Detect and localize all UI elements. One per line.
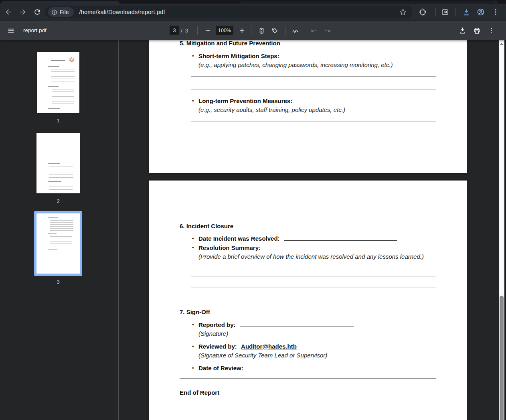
browser-menu-button[interactable] <box>489 5 502 19</box>
section6-bullet2-label: Resolution Summary: <box>198 244 261 251</box>
section7-bullet3: Date of Review: <box>198 365 361 371</box>
thumbnail-content <box>50 220 73 231</box>
thumbnail-content <box>49 184 73 191</box>
section5-bullet2-label: Long-term Prevention Measures: <box>198 97 292 104</box>
puzzle-icon <box>419 8 427 16</box>
bookmark-button[interactable] <box>396 5 410 19</box>
inactive-tab[interactable] <box>241 1 497 4</box>
site-info-chip[interactable]: File <box>48 7 74 17</box>
thumbnail-content <box>50 236 72 246</box>
extensions-button[interactable] <box>416 5 430 19</box>
info-icon <box>51 9 57 15</box>
pdf-separator <box>251 26 251 35</box>
section5-bullet2-hint: (e.g., security audits, staff training, … <box>198 106 345 113</box>
profile-button[interactable] <box>474 5 488 19</box>
rotate-icon <box>271 27 279 34</box>
section7-bullet2-label: Reviewed by: <box>198 343 237 350</box>
print-icon <box>473 27 481 34</box>
thumbnail-page-2[interactable] <box>36 133 80 193</box>
active-tab[interactable] <box>1 1 119 4</box>
window-edge <box>504 21 506 420</box>
section7-bullet1-label: Reported by: <box>198 321 236 328</box>
blank-line <box>191 288 436 288</box>
hamburger-icon <box>7 27 15 34</box>
bullet-icon: • <box>192 235 194 241</box>
reviewer-email-link[interactable]: Auditor@hades.htb <box>241 343 297 350</box>
thumbnail-selection-highlight <box>34 211 82 276</box>
downloads-button[interactable] <box>459 5 473 19</box>
zoom-in-button[interactable] <box>235 24 249 37</box>
kebab-menu-icon <box>492 8 500 16</box>
browser-toolbar: File /home/kali/Downloads/report.pdf <box>0 4 506 21</box>
page-number-input[interactable]: 3 <box>170 26 179 35</box>
zoom-level[interactable]: 100% <box>216 26 233 35</box>
date-resolved-fill-line <box>284 235 397 241</box>
section6-bullet2-hint: (Provide a brief overview of how the inc… <box>198 253 424 260</box>
pdf-separator <box>285 26 285 35</box>
end-of-report-label: End of Report <box>180 389 219 396</box>
bullet-icon: • <box>192 365 194 371</box>
reported-by-fill-line <box>240 322 354 327</box>
tab-strip <box>0 0 506 4</box>
section-divider-rule <box>180 405 436 405</box>
print-button[interactable] <box>470 24 484 37</box>
pdf-download-icon <box>459 27 466 34</box>
thumbnail-page-1[interactable] <box>37 52 79 113</box>
toolbar-separator <box>455 8 456 16</box>
section7-bullet1-sub: (Signature) <box>198 330 228 337</box>
page-total: 3 <box>185 28 188 34</box>
pdf-menu-more-button[interactable] <box>484 24 498 37</box>
zoom-out-button[interactable] <box>201 24 215 37</box>
redo-button[interactable] <box>320 24 334 37</box>
bullet-icon: • <box>192 343 194 349</box>
blank-line <box>191 133 436 133</box>
thumbnail-content <box>52 137 73 160</box>
thumbnail-label-3: 3 <box>50 279 66 285</box>
thumbnail-label-1: 1 <box>50 118 66 124</box>
forward-button[interactable] <box>16 5 30 19</box>
undo-button[interactable] <box>307 24 321 37</box>
section7-bullet1: Reported by: <box>198 321 354 328</box>
tab-search-button[interactable] <box>438 5 452 19</box>
section6-bullet1-label: Date Incident was Resolved: <box>198 235 280 242</box>
pdf-content-area: 1 2 3 <box>0 40 506 420</box>
date-of-review-fill-line <box>247 365 361 370</box>
pdf-download-button[interactable] <box>455 24 469 37</box>
thumbnail-content <box>49 166 73 179</box>
browser-window: File /home/kali/Downloads/report.pdf <box>0 0 506 420</box>
scrollbar-track[interactable] <box>499 40 504 420</box>
pdf-separator <box>197 26 198 35</box>
thumbnail-page-3[interactable] <box>36 213 80 274</box>
fit-page-button[interactable] <box>255 24 268 37</box>
blank-line <box>191 122 436 122</box>
kebab-menu-icon <box>488 27 495 34</box>
address-bar[interactable]: File /home/kali/Downloads/report.pdf <box>45 6 412 18</box>
section-divider-rule <box>180 214 436 214</box>
thumbnail-content <box>52 89 74 105</box>
thumbnail-content <box>51 69 75 83</box>
thumbnail-content <box>48 163 60 164</box>
scrollbar-up-arrow[interactable] <box>499 42 504 47</box>
thumbnail-content <box>48 86 59 87</box>
search-panel-icon <box>441 8 449 16</box>
thumbnail-content <box>48 233 57 234</box>
pdf-toolbar: report.pdf 3 / 3 100% <box>0 21 506 40</box>
reload-icon <box>33 8 41 16</box>
back-icon <box>4 8 12 16</box>
thumbnail-content <box>48 249 57 250</box>
toolbar-separator <box>435 8 436 16</box>
pdf-menu-button[interactable] <box>4 24 18 37</box>
section5-bullet1-label: Short-term Mitigation Steps: <box>198 53 279 59</box>
reload-button[interactable] <box>30 5 44 19</box>
rotate-button[interactable] <box>268 24 281 37</box>
pdf-page-2: 5. Mitigation and Future Prevention • Sh… <box>149 40 467 173</box>
back-button[interactable] <box>2 5 15 19</box>
thumbnail-content <box>48 181 61 182</box>
scrollbar-thumb[interactable] <box>500 296 504 420</box>
section5-heading: 5. Mitigation and Future Prevention <box>180 40 280 47</box>
annotate-button[interactable] <box>288 24 302 37</box>
section7-bullet2: Reviewed by: Auditor@hades.htb <box>198 343 297 350</box>
thumbnail-sidebar: 1 2 3 <box>0 40 119 420</box>
section6-heading: 6. Incident Closure <box>180 223 233 229</box>
section7-bullet3-label: Date of Review: <box>198 365 243 371</box>
